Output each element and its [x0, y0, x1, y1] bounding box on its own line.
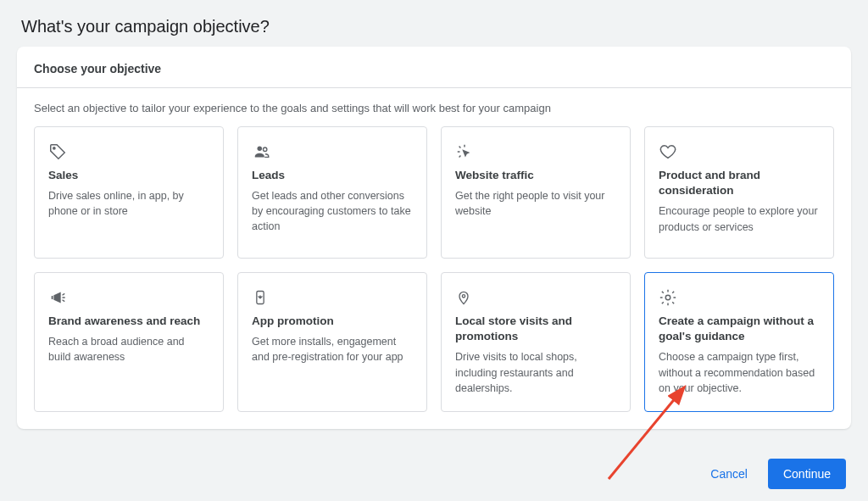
objective-card-megaphone[interactable]: Brand awareness and reach Reach a broad … [34, 272, 224, 412]
objective-desc: Reach a broad audience and build awarene… [48, 334, 209, 365]
objective-grid: Sales Drive sales online, in app, by pho… [17, 126, 851, 429]
objective-desc: Get more installs, engagement and pre-re… [252, 334, 413, 365]
objective-card-click[interactable]: Website traffic Get the right people to … [441, 126, 631, 259]
panel-title: Choose your objective [17, 47, 851, 88]
gear-icon [659, 287, 820, 309]
click-icon [455, 141, 616, 163]
objective-desc: Encourage people to explore your product… [659, 203, 820, 234]
heart-icon [659, 141, 820, 163]
objective-card-tag[interactable]: Sales Drive sales online, in app, by pho… [34, 126, 224, 259]
objective-card-phone[interactable]: App promotion Get more installs, engagem… [237, 272, 427, 412]
tag-icon [48, 141, 209, 163]
objective-desc: Drive visits to local shops, including r… [455, 349, 616, 395]
svg-point-0 [53, 148, 55, 149]
megaphone-icon [48, 287, 209, 309]
objective-card-people[interactable]: Leads Get leads and other conversions by… [237, 126, 427, 259]
objective-title: Sales [48, 168, 209, 183]
page-title: What's your campaign objective? [0, 0, 868, 47]
people-icon [252, 141, 413, 163]
panel-subtext: Select an objective to tailor your exper… [17, 88, 851, 126]
svg-point-1 [258, 147, 263, 152]
svg-line-3 [459, 147, 461, 148]
footer-actions: Cancel Continue [695, 459, 846, 489]
objective-title: Brand awareness and reach [48, 314, 209, 329]
phone-icon [252, 287, 413, 309]
svg-point-2 [263, 148, 266, 151]
objective-title: App promotion [252, 314, 413, 329]
objective-desc: Get the right people to visit your websi… [455, 188, 616, 219]
svg-point-12 [462, 295, 465, 298]
objective-title: Create a campaign without a goal's guida… [659, 314, 820, 344]
objective-panel: Choose your objective Select an objectiv… [17, 47, 851, 429]
objective-title: Local store visits and promotions [455, 314, 616, 344]
objective-title: Leads [252, 168, 413, 183]
objective-title: Product and brand consideration [659, 168, 820, 198]
objective-desc: Get leads and other conversions by encou… [252, 188, 413, 234]
continue-button[interactable]: Continue [768, 459, 846, 489]
objective-desc: Choose a campaign type first, without a … [659, 349, 820, 395]
objective-title: Website traffic [455, 168, 616, 183]
objective-desc: Drive sales online, in app, by phone or … [48, 188, 209, 219]
svg-line-9 [63, 300, 65, 302]
objective-card-pin[interactable]: Local store visits and promotions Drive … [441, 272, 631, 412]
svg-line-7 [63, 293, 65, 295]
objective-card-heart[interactable]: Product and brand consideration Encourag… [644, 126, 834, 259]
svg-point-13 [665, 295, 670, 300]
svg-line-6 [459, 156, 461, 158]
cancel-button[interactable]: Cancel [695, 459, 763, 489]
pin-icon [455, 287, 616, 309]
objective-card-gear[interactable]: Create a campaign without a goal's guida… [644, 272, 834, 412]
